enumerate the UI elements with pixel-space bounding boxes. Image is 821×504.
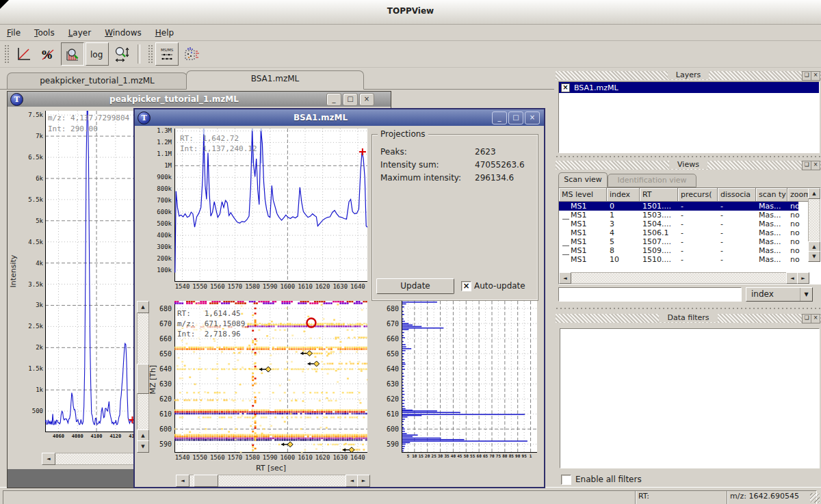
resize-grip[interactable]	[810, 493, 820, 503]
projection-stat-label: Intensity sum:	[380, 160, 439, 170]
data-filters-dock-header[interactable]: Data filters ❏ ×	[556, 314, 821, 323]
cell-MSlevel: MS1	[559, 255, 607, 264]
pp-y-tick-labels: 5001k1.5k2k2.5k3k3.5k4k4.5k5k5.5k6k6.5k7…	[20, 111, 43, 432]
menu-tools[interactable]: Tools	[27, 27, 62, 39]
msms-view-icon[interactable]: MS/MS	[155, 42, 179, 66]
tic-projection-plot[interactable]: RT: 1,642.72 Int: 1,137,240.12	[174, 129, 367, 282]
tab-BSA1.mzML[interactable]: BSA1.mzML	[186, 70, 364, 90]
scroll-up-icon[interactable]: ▲	[137, 301, 149, 313]
close-icon[interactable]: ×	[525, 111, 540, 124]
tic-x-tick-labels: 1540155015601570158015901600161016201630…	[174, 283, 367, 291]
table-row[interactable]: +MS151507....--Mas...no	[559, 237, 798, 246]
heatmap-vscrollbar-thumb[interactable]	[137, 364, 149, 394]
cell-RT: 1509....	[640, 246, 678, 255]
table-row[interactable]: MS131504....--Mas...no	[559, 220, 798, 228]
table-row[interactable]: MS101501....--Mas...no	[559, 202, 798, 211]
toolbar-handle[interactable]	[4, 44, 9, 64]
percentage-scale-icon[interactable]: %	[36, 42, 60, 66]
menu-help[interactable]: Help	[148, 27, 181, 39]
chevron-down-icon: ▼	[800, 288, 812, 301]
zoom-reset-icon[interactable]	[110, 42, 133, 66]
table-row[interactable]: MS141506.1--Mas...no	[559, 228, 798, 237]
app-titlebar[interactable]: TOPPView	[0, 0, 821, 25]
y-tick-label: 6.5k	[20, 154, 43, 161]
close-icon[interactable]: ×	[811, 71, 820, 81]
float-panel-icon[interactable]: ❏	[802, 71, 811, 81]
dock-splitter[interactable]	[556, 155, 821, 159]
maximize-icon[interactable]: □	[508, 111, 523, 124]
table-row[interactable]: MS1101510....--Mas...no	[559, 255, 798, 264]
scroll-left-icon[interactable]: ◄	[42, 453, 55, 465]
column-header-scanty[interactable]: scan ty	[756, 188, 787, 202]
scroll-left-icon[interactable]: ◄	[559, 272, 571, 284]
table-horizontal-scrollbar[interactable]	[570, 272, 792, 284]
window-bsa1-titlebar[interactable]: T BSA1.mzML _ □ ×	[135, 109, 544, 126]
menu-layer[interactable]: Layer	[62, 27, 98, 39]
column-header-RT[interactable]: RT	[640, 188, 678, 202]
cell-RT: 1510....	[640, 255, 678, 264]
y-tick-label: 3k	[20, 302, 43, 308]
y-tick-label: 1.5k	[20, 365, 43, 372]
auto-update-checkbox[interactable]: ×	[461, 281, 471, 291]
cell-index: 8	[607, 246, 640, 255]
data-filters-dock-title: Data filters	[659, 313, 717, 322]
table-row[interactable]: +MS111503....--Mas...no	[559, 211, 798, 220]
y-tick-label: 610	[376, 410, 399, 418]
snap-to-max-intensity-icon[interactable]	[61, 42, 84, 66]
view-tab-scan-view[interactable]: Scan view	[558, 172, 608, 188]
maximize-icon[interactable]: □	[343, 93, 358, 106]
column-header-index[interactable]: index	[607, 188, 640, 202]
scroll-right-icon[interactable]: ►	[357, 475, 370, 487]
close-icon[interactable]: ×	[811, 314, 820, 323]
status-rt: RT:	[635, 490, 728, 504]
layers-dock-header[interactable]: Layers ❏ ×	[556, 71, 821, 80]
linear-scale-icon[interactable]	[12, 42, 35, 66]
close-icon[interactable]: ×	[359, 93, 374, 106]
close-icon[interactable]: ×	[811, 161, 820, 170]
enable-all-filters-checkbox[interactable]	[561, 475, 571, 485]
tab-peakpicker_tutorial_1.mzML[interactable]: peakpicker_tutorial_1.mzML	[7, 72, 187, 89]
log-scale-icon[interactable]: log	[86, 42, 109, 66]
layer-visibility-checkbox[interactable]: ×	[561, 83, 570, 92]
scroll-right-icon[interactable]: ►	[797, 272, 809, 284]
cell-index: 10	[607, 255, 640, 264]
update-button[interactable]: Update	[376, 278, 454, 294]
heatmap-hscrollbar-thumb[interactable]	[194, 475, 218, 487]
menu-windows[interactable]: Windows	[98, 27, 148, 39]
toolbar-handle[interactable]	[148, 44, 153, 64]
y-tick-label: 680	[148, 305, 172, 313]
layer-item-BSA1.mzML[interactable]: ×BSA1.mzML	[559, 82, 819, 93]
column-header-dissocia[interactable]: dissocia	[718, 188, 756, 202]
cell-index: 5	[607, 237, 640, 246]
pp-y-axis-label: Intensity	[9, 247, 18, 288]
scroll-left-icon[interactable]: ◄	[176, 475, 190, 487]
minimize-icon[interactable]: _	[492, 111, 507, 124]
float-panel-icon[interactable]: ❏	[802, 161, 811, 170]
search-column-combobox[interactable]: index ▼	[746, 287, 813, 302]
table-row[interactable]: +MS181509....--Mas...no	[559, 246, 798, 255]
cell-dissocia: -	[718, 237, 756, 246]
projections-icon[interactable]	[180, 42, 203, 66]
scroll-down-icon[interactable]: ▼	[137, 440, 149, 453]
cell-MSlevel: MS1	[559, 220, 607, 228]
heatmap-y-tick-labels: 590600610620630640650660670680	[148, 301, 172, 453]
scroll-down-icon[interactable]: ▼	[808, 251, 820, 262]
column-header-precurs[interactable]: precurs(	[678, 188, 718, 202]
y-tick-label: 660	[376, 335, 399, 343]
mz-projection-plot[interactable]	[402, 301, 537, 453]
float-panel-icon[interactable]: ❏	[802, 314, 811, 323]
mz-projection-x-tick-labels: 51015202530354045505560657075808590951	[402, 453, 537, 459]
dock-splitter[interactable]	[556, 306, 821, 310]
column-header-MSlevel[interactable]: MS level	[559, 188, 607, 202]
views-dock-header[interactable]: Views ❏ ×	[556, 161, 821, 170]
scan-search-input[interactable]	[558, 287, 742, 302]
app-title: TOPPView	[0, 6, 821, 16]
cell-RT: 1504....	[640, 220, 678, 228]
menu-file[interactable]: File	[0, 27, 27, 39]
window-peakpicker-titlebar[interactable]: T peakpicker_tutorial_1.mzML _ □ ×	[8, 92, 391, 107]
tic-overlay-rt: RT: 1,642.72	[180, 134, 239, 143]
column-header-zoom[interactable]: zoom	[787, 188, 809, 202]
heatmap-2d-plot[interactable]: RT: 1,614.45 m/z: 671.15089 Int: 2,718.9…	[174, 301, 367, 453]
scroll-up-icon[interactable]: ▲	[808, 188, 820, 199]
minimize-icon[interactable]: _	[326, 93, 341, 106]
